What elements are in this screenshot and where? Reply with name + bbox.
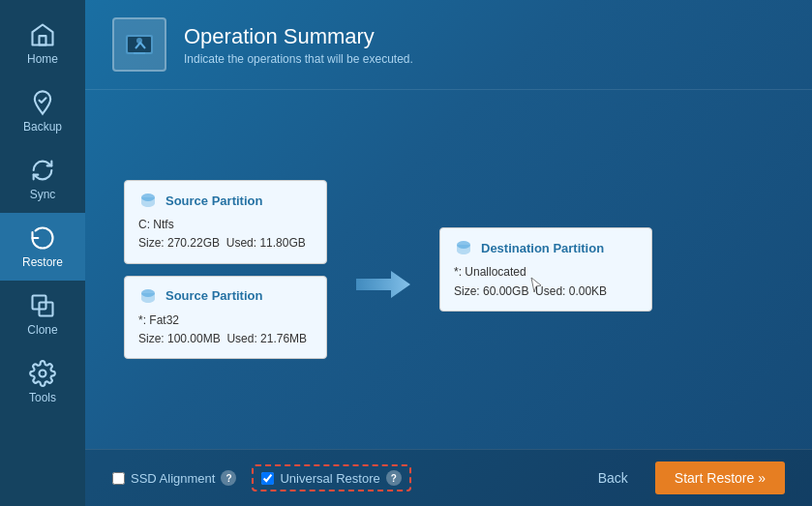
source-partition-1: Source Partition C: Ntfs Size: 270.22GB … <box>124 180 327 263</box>
source-partition-1-label: Source Partition <box>165 193 262 208</box>
footer-left: SSD Alignment ? Universal Restore ? <box>112 464 411 491</box>
ssd-alignment-help-icon[interactable]: ? <box>221 470 236 486</box>
destination-partition-drive: *: Unallocated <box>454 263 638 282</box>
footer-right: Back Start Restore » <box>583 461 785 494</box>
disk-icon-dest <box>454 238 473 257</box>
home-icon <box>29 21 56 48</box>
sidebar-item-home-label: Home <box>27 52 58 66</box>
svg-rect-6 <box>134 52 145 54</box>
page-header: Operation Summary Indicate the operation… <box>85 0 812 90</box>
sidebar-item-home[interactable]: Home <box>0 10 85 77</box>
page-subtitle: Indicate the operations that will be exe… <box>184 52 413 66</box>
back-button[interactable]: Back <box>583 462 644 493</box>
source-partition-1-info: C: Ntfs Size: 270.22GB Used: 11.80GB <box>138 216 313 253</box>
sync-icon <box>29 157 56 184</box>
sidebar-item-backup-label: Backup <box>23 120 62 134</box>
universal-restore-help-icon[interactable]: ? <box>386 470 402 486</box>
sidebar-item-tools[interactable]: Tools <box>0 348 85 416</box>
content-area: Source Partition C: Ntfs Size: 270.22GB … <box>85 90 812 449</box>
source-partition-2-size-used: Size: 100.00MB Used: 21.76MB <box>138 330 313 348</box>
disk-icon-2 <box>138 286 158 306</box>
svg-point-5 <box>136 38 142 44</box>
sidebar-item-tools-label: Tools <box>29 391 56 404</box>
arrow <box>356 267 410 302</box>
source-partition-2-drive: *: Fat32 <box>138 312 313 330</box>
restore-icon <box>29 224 56 252</box>
svg-rect-0 <box>40 36 46 45</box>
ssd-alignment-checkbox[interactable] <box>112 472 125 485</box>
start-restore-button[interactable]: Start Restore » <box>655 461 785 494</box>
source-partition-1-header: Source Partition <box>138 191 313 210</box>
clone-icon <box>29 292 56 319</box>
header-text: Operation Summary Indicate the operation… <box>184 24 413 66</box>
footer: SSD Alignment ? Universal Restore ? Back… <box>85 449 812 506</box>
sidebar-item-sync[interactable]: Sync <box>0 145 85 213</box>
tools-icon <box>29 360 56 387</box>
sidebar-item-clone-label: Clone <box>27 323 57 337</box>
ssd-alignment-label: SSD Alignment <box>131 471 215 486</box>
source-partition-2-info: *: Fat32 Size: 100.00MB Used: 21.76MB <box>138 312 313 348</box>
sidebar-item-restore[interactable]: Restore <box>0 213 85 281</box>
universal-restore-group: Universal Restore ? <box>252 464 410 491</box>
destination-partition: Destination Partition *: Unallocated Siz… <box>439 227 652 311</box>
destination-partition-header: Destination Partition <box>454 238 638 257</box>
sidebar-item-backup[interactable]: Backup <box>0 77 85 145</box>
source-partition-2-header: Source Partition <box>138 286 313 306</box>
page-title: Operation Summary <box>184 24 413 49</box>
sidebar-item-clone[interactable]: Clone <box>0 281 85 348</box>
source-partition-2-label: Source Partition <box>165 288 262 303</box>
svg-marker-9 <box>356 271 410 298</box>
universal-restore-checkbox[interactable] <box>261 472 274 485</box>
operation-diagram: Source Partition C: Ntfs Size: 270.22GB … <box>124 180 773 359</box>
sidebar-item-sync-label: Sync <box>30 188 56 201</box>
sidebar-item-restore-label: Restore <box>22 255 63 269</box>
header-icon <box>112 17 166 72</box>
main-content: Operation Summary Indicate the operation… <box>85 0 812 506</box>
ssd-alignment-group: SSD Alignment ? <box>112 470 236 486</box>
source-partitions: Source Partition C: Ntfs Size: 270.22GB … <box>124 180 327 359</box>
destination-partition-size-used: Size: 60.00GB Used: 0.00KB <box>454 283 638 301</box>
sidebar: Home Backup Sync Restore <box>0 0 85 506</box>
universal-restore-label: Universal Restore <box>280 471 379 486</box>
backup-icon <box>29 89 56 116</box>
source-partition-2: Source Partition *: Fat32 Size: 100.00MB… <box>124 276 327 359</box>
source-partition-1-size-used: Size: 270.22GB Used: 11.80GB <box>138 234 313 253</box>
disk-icon-1 <box>138 191 158 210</box>
destination-partition-info: *: Unallocated Size: 60.00GB Used: 0.00K… <box>454 263 638 300</box>
destination-partition-label: Destination Partition <box>481 241 604 255</box>
source-partition-1-drive: C: Ntfs <box>138 216 313 234</box>
